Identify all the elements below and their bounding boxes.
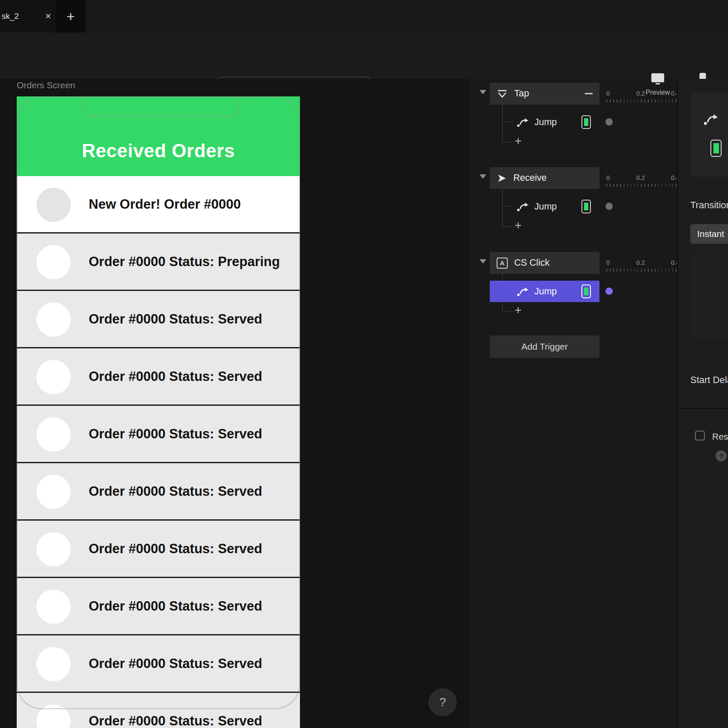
close-icon[interactable]: ✕ [45,12,51,21]
tree-connector [502,311,514,312]
tab-bar: sk_2 ✕ + [0,0,728,33]
timeline-ruler: 0 0.2 0.4 [604,174,678,189]
ruler-label: 0.2 [636,90,645,97]
target-scene-icon [581,115,591,129]
target-scene-icon [710,140,722,157]
order-row[interactable]: Order #0000 Status: Served [17,521,300,578]
letter-a-icon: A [497,258,508,269]
ruler-label: 0 [606,259,610,266]
collapse-arrow[interactable] [479,259,486,264]
timeline-marker-dot[interactable] [605,203,613,210]
ruler-label: 0 [606,174,610,181]
help-badge[interactable]: ? [716,450,727,461]
response-row-jump[interactable]: Jump [490,111,599,133]
scene-screen [584,288,588,295]
tab-active[interactable]: sk_2 ✕ [0,0,56,33]
phone-mockup: Received Orders New Order! Order #0000 O… [17,96,300,728]
order-row-label: Order #0000 Status: Served [89,541,262,557]
properties-checkbox[interactable] [695,431,705,440]
order-row[interactable]: Order #0000 Status: Served [17,578,300,635]
add-response-button[interactable]: + [515,219,521,231]
phone-header[interactable]: Received Orders [17,96,300,176]
response-label: Jump [534,286,557,297]
order-row[interactable]: Order #0000 Status: Preparing [17,234,300,291]
avatar-circle [36,590,71,624]
transition-options-box [690,251,728,340]
add-response-button[interactable]: + [515,135,521,147]
scene-screen [584,203,588,210]
trigger-group-tap: Tap 0 0.2 0.4 Jump + [479,83,681,151]
avatar-circle [36,360,71,394]
jump-icon [516,117,529,128]
order-row[interactable]: Order #0000 Status: Served [17,693,300,728]
ruler-ticks [606,99,677,102]
order-row-label: Order #0000 Status: Served [89,426,262,442]
order-row[interactable]: Order #0000 Status: Served [17,406,300,463]
toolbar: iPhone 12/12 Pro 390 × 844 Preview Devic… [0,33,728,79]
order-row-label: Order #0000 Status: Served [89,656,262,671]
order-row-label: New Order! Order #0000 [89,197,241,212]
response-label: Jump [534,117,557,128]
start-delay-label: Start Delay [690,374,728,386]
trigger-group-cs-click: A CS Click 0 0.2 0.4 Jump + [479,252,681,321]
transition-select[interactable]: Instant [690,224,728,244]
jump-icon [516,201,529,212]
transition-label: Transition [690,200,728,211]
ruler-label: 0.2 [636,259,645,266]
timeline-ruler: 0 0.2 0.4 [604,259,678,274]
trigger-header-receive[interactable]: Receive [490,167,599,189]
timeline-marker-dot[interactable] [605,288,613,295]
trigger-group-receive: Receive 0 0.2 0.4 Jump + [479,167,681,236]
trigger-header-cs-click[interactable]: A CS Click [490,252,599,274]
timeline-marker-dot[interactable] [605,118,613,126]
jump-icon [703,112,719,126]
order-row-label: Order #0000 Status: Preparing [89,254,280,270]
receive-icon [497,173,507,183]
trigger-name: Receive [513,173,593,183]
help-button[interactable]: ? [428,688,457,716]
selected-response-card [690,93,728,177]
trigger-name: Tap [514,88,578,99]
timeline-ruler: 0 0.2 0.4 [604,90,678,105]
avatar-circle [36,303,71,337]
response-label: Jump [534,201,557,212]
target-scene-icon [581,200,591,213]
order-row[interactable]: Order #0000 Status: Served [17,463,300,521]
response-row-jump[interactable]: Jump [490,196,599,217]
minus-icon[interactable] [585,93,593,94]
tree-connector [502,226,514,227]
checkbox-label: Res [712,431,728,442]
collapse-arrow[interactable] [479,90,486,94]
collapse-arrow[interactable] [479,174,486,179]
trigger-name: CS Click [514,258,593,268]
order-row-label: Order #0000 Status: Served [89,369,262,384]
scene-screen [713,143,719,153]
order-row-label: Order #0000 Status: Served [89,484,262,499]
avatar-circle [36,647,71,681]
scene-screen [584,118,588,126]
order-row[interactable]: Order #0000 Status: Served [17,291,300,348]
tree-connector [502,142,514,142]
panel-divider [678,408,728,409]
phone-header-title: Received Orders [82,140,235,162]
order-row[interactable]: New Order! Order #0000 [17,176,300,234]
avatar-circle [36,475,71,509]
app-window: sk_2 ✕ + iPhone 12/12 Pro 390 × 844 Prev… [0,0,728,728]
order-row-label: Order #0000 Status: Served [89,713,262,728]
target-scene-icon [581,285,591,298]
response-row-jump-selected[interactable]: Jump [490,281,599,302]
add-trigger-button[interactable]: Add Trigger [490,336,599,358]
plus-icon: + [66,9,75,24]
tab-bar-empty-area [86,0,728,33]
order-row-label: Order #0000 Status: Served [89,312,262,327]
add-response-button[interactable]: + [515,304,521,316]
tap-icon [497,89,508,99]
avatar-circle [36,245,71,279]
new-tab-button[interactable]: + [56,0,86,33]
trigger-header-tap[interactable]: Tap [490,83,599,105]
avatar-circle [36,188,71,222]
order-row[interactable]: Order #0000 Status: Served [17,635,300,693]
order-row[interactable]: Order #0000 Status: Served [17,348,300,406]
screen-title-label[interactable]: Orders Screen [17,80,75,90]
avatar-circle [36,532,71,566]
